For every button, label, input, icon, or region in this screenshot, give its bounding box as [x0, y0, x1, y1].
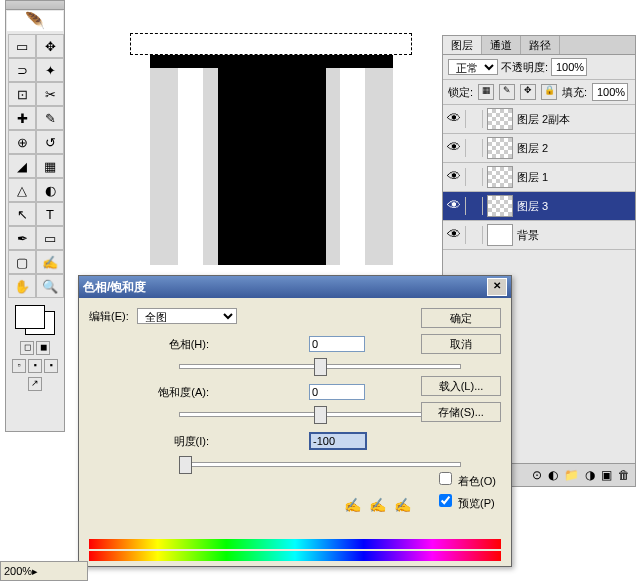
heal-tool[interactable]: ✚ [8, 106, 36, 130]
dialog-titlebar[interactable]: 色相/饱和度 ✕ [79, 276, 511, 298]
layer-thumb[interactable] [487, 108, 513, 130]
load-button[interactable]: 载入(L)... [421, 376, 501, 396]
eyedropper-icon[interactable]: ✍ [344, 497, 361, 513]
zoom-status[interactable]: 200% ▸ [0, 561, 88, 581]
trash-icon[interactable]: 🗑 [618, 468, 630, 482]
wand-tool[interactable]: ✦ [36, 58, 64, 82]
layer-name: 图层 2 [517, 141, 548, 156]
mask-mode-quick[interactable]: ◼ [36, 341, 50, 355]
toolbox-grip[interactable] [6, 1, 64, 10]
notes-tool[interactable]: ▢ [8, 250, 36, 274]
light-slider[interactable] [179, 454, 459, 474]
blend-mode-select[interactable]: 正常 [448, 59, 498, 75]
blur-tool[interactable]: △ [8, 178, 36, 202]
color-swatch[interactable] [15, 305, 55, 335]
gradient-tool[interactable]: ▦ [36, 154, 64, 178]
edit-label: 编辑(E): [89, 309, 129, 324]
layer-item[interactable]: 👁 背景 [443, 221, 635, 250]
mask-mode-std[interactable]: ◻ [20, 341, 34, 355]
tab-channels[interactable]: 通道 [482, 36, 521, 54]
ok-button[interactable]: 确定 [421, 308, 501, 328]
layer-item[interactable]: 👁 图层 2 [443, 134, 635, 163]
layer-name: 图层 1 [517, 170, 548, 185]
slider-thumb[interactable] [179, 456, 192, 474]
edit-select[interactable]: 全图 [137, 308, 237, 324]
eyedropper-minus-icon[interactable]: ✍ [394, 497, 411, 513]
history-tool[interactable]: ↺ [36, 130, 64, 154]
dodge-tool[interactable]: ◐ [36, 178, 64, 202]
opacity-label: 不透明度: [501, 60, 548, 75]
layer-thumb[interactable] [487, 224, 513, 246]
layer-item[interactable]: 👁 图层 3 [443, 192, 635, 221]
screen-mode-3[interactable]: ▪ [44, 359, 58, 373]
opacity-input[interactable] [551, 58, 587, 76]
layer-item[interactable]: 👁 图层 2副本 [443, 105, 635, 134]
visibility-icon[interactable]: 👁 [445, 110, 466, 128]
zoom-tool[interactable]: 🔍 [36, 274, 64, 298]
eyedropper-plus-icon[interactable]: ✍ [369, 497, 386, 513]
screen-mode-1[interactable]: ▫ [12, 359, 26, 373]
colorize-checkbox[interactable]: 着色(O) [435, 469, 496, 489]
layer-thumb[interactable] [487, 166, 513, 188]
visibility-icon[interactable]: 👁 [445, 168, 466, 186]
preview-checkbox[interactable]: 预览(P) [435, 491, 496, 511]
fx-icon[interactable]: ⊙ [532, 468, 542, 482]
spectrum-bottom [89, 551, 501, 561]
fg-color[interactable] [15, 305, 45, 329]
tab-paths[interactable]: 路径 [521, 36, 560, 54]
eyedropper-tool[interactable]: ✍ [36, 250, 64, 274]
app-logo: 🪶 [7, 11, 63, 31]
toolbox-panel: 🪶 ▭ ✥ ⊃ ✦ ⊡ ✂ ✚ ✎ ⊕ ↺ ◢ ▦ △ ◐ ↖ T ✒ ▭ ▢ … [5, 0, 65, 432]
lasso-tool[interactable]: ⊃ [8, 58, 36, 82]
sat-input[interactable] [309, 384, 365, 400]
close-icon[interactable]: ✕ [487, 278, 507, 296]
slider-thumb[interactable] [314, 406, 327, 424]
hue-sat-dialog: 色相/饱和度 ✕ 编辑(E): 全图 色相(H): 饱和度(A): 明度(I): [78, 275, 512, 567]
tool-grid: ▭ ✥ ⊃ ✦ ⊡ ✂ ✚ ✎ ⊕ ↺ ◢ ▦ △ ◐ ↖ T ✒ ▭ ▢ ✍ … [6, 32, 64, 300]
cancel-button[interactable]: 取消 [421, 334, 501, 354]
spectrum-bars [89, 539, 501, 563]
stamp-tool[interactable]: ⊕ [8, 130, 36, 154]
eraser-tool[interactable]: ◢ [8, 154, 36, 178]
sat-label: 饱和度(A): [139, 385, 209, 400]
visibility-icon[interactable]: 👁 [445, 139, 466, 157]
hue-slider[interactable] [179, 356, 459, 376]
lock-move-icon[interactable]: ✥ [520, 84, 536, 100]
hand-tool[interactable]: ✋ [8, 274, 36, 298]
hue-input[interactable] [309, 336, 365, 352]
jump-btn[interactable]: ↗ [28, 377, 42, 391]
lock-paint-icon[interactable]: ✎ [499, 84, 515, 100]
hue-label: 色相(H): [139, 337, 209, 352]
save-button[interactable]: 存储(S)... [421, 402, 501, 422]
type-tool[interactable]: T [36, 202, 64, 226]
visibility-icon[interactable]: 👁 [445, 197, 466, 215]
panel-tabs: 图层 通道 路径 [443, 36, 635, 55]
canvas[interactable] [75, 0, 435, 270]
visibility-icon[interactable]: 👁 [445, 226, 466, 244]
marquee-tool[interactable]: ▭ [8, 34, 36, 58]
adjust-icon[interactable]: ◑ [585, 468, 595, 482]
layer-thumb[interactable] [487, 137, 513, 159]
lock-all-icon[interactable]: 🔒 [541, 84, 557, 100]
shape-tool[interactable]: ▭ [36, 226, 64, 250]
slice-tool[interactable]: ✂ [36, 82, 64, 106]
lock-label: 锁定: [448, 85, 473, 100]
screen-mode-2[interactable]: ▪ [28, 359, 42, 373]
folder-icon[interactable]: 📁 [564, 468, 579, 482]
layer-thumb[interactable] [487, 195, 513, 217]
path-tool[interactable]: ↖ [8, 202, 36, 226]
fill-input[interactable] [592, 83, 628, 101]
slider-thumb[interactable] [314, 358, 327, 376]
lock-trans-icon[interactable]: ▦ [478, 84, 494, 100]
layer-name: 背景 [517, 228, 539, 243]
new-layer-icon[interactable]: ▣ [601, 468, 612, 482]
move-tool[interactable]: ✥ [36, 34, 64, 58]
brush-tool[interactable]: ✎ [36, 106, 64, 130]
light-input[interactable] [309, 432, 367, 450]
pen-tool[interactable]: ✒ [8, 226, 36, 250]
sat-slider[interactable] [179, 404, 459, 424]
crop-tool[interactable]: ⊡ [8, 82, 36, 106]
tab-layers[interactable]: 图层 [443, 36, 482, 54]
mask-icon[interactable]: ◐ [548, 468, 558, 482]
layer-item[interactable]: 👁 图层 1 [443, 163, 635, 192]
